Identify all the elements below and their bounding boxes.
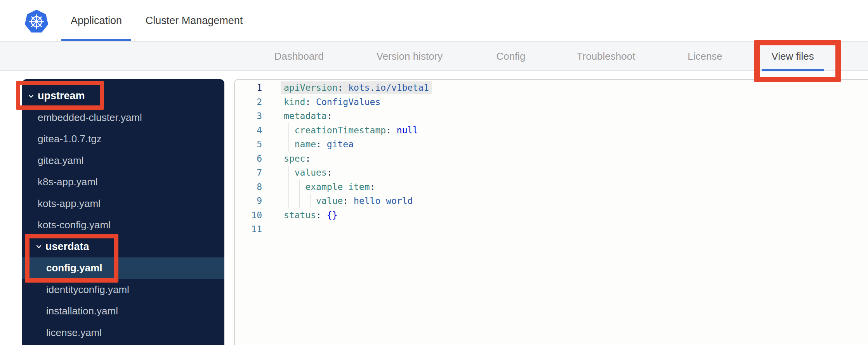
file-label: config.yaml xyxy=(46,262,102,274)
line-content: spec: xyxy=(284,154,311,164)
kots-admin-console: ApplicationCluster Management DashboardV… xyxy=(0,0,868,345)
top-bar: ApplicationCluster Management xyxy=(0,0,868,41)
indent-guide xyxy=(288,123,289,152)
file-tree: upstream embedded-cluster.yaml gitea-1.0… xyxy=(22,85,224,343)
indent-guide xyxy=(288,166,289,208)
tab-config[interactable]: Config xyxy=(496,41,525,71)
line-content: kind: ConfigValues xyxy=(284,97,380,107)
tree-file-identityconfig-yaml[interactable]: identityconfig.yaml xyxy=(22,279,224,301)
line-number: 5 xyxy=(235,139,262,149)
line-content: metadata: xyxy=(284,111,332,121)
line-number: 7 xyxy=(235,167,262,178)
line-number: 1 xyxy=(235,83,262,93)
tab-dashboard[interactable]: Dashboard xyxy=(274,41,323,71)
folder-label: upstream xyxy=(38,90,85,102)
code-line: 8 example_item: xyxy=(235,180,868,194)
line-content: creationTimestamp: null xyxy=(284,125,418,135)
file-tree-sidebar: upstream embedded-cluster.yaml gitea-1.0… xyxy=(22,79,224,345)
file-content-editor[interactable]: 1 apiVersion: kots.io/v1beta1 2 kind: Co… xyxy=(234,79,868,345)
top-tab-application[interactable]: Application xyxy=(71,0,122,41)
line-number: 8 xyxy=(235,182,262,192)
line-content: value: hello world xyxy=(284,196,413,206)
file-label: embedded-cluster.yaml xyxy=(38,112,142,124)
line-content: apiVersion: kots.io/v1beta1 xyxy=(281,81,432,94)
line-content: example_item: xyxy=(284,182,375,192)
code-line: 2 kind: ConfigValues xyxy=(235,95,868,109)
tree-folder-userdata[interactable]: userdata xyxy=(22,236,224,258)
code-line: 4 creationTimestamp: null xyxy=(235,123,868,138)
file-label: installation.yaml xyxy=(46,305,118,317)
indent-guide xyxy=(299,180,300,208)
tree-file-kots-config-yaml[interactable]: kots-config.yaml xyxy=(22,214,224,236)
file-label: k8s-app.yaml xyxy=(38,176,98,188)
code-lines: 1 apiVersion: kots.io/v1beta1 2 kind: Co… xyxy=(235,81,868,236)
line-content: values: xyxy=(284,167,332,178)
tab-view-files[interactable]: View files xyxy=(771,41,814,71)
chevron-down-icon xyxy=(28,93,34,99)
line-number: 9 xyxy=(235,196,262,206)
tree-file-installation-yaml[interactable]: installation.yaml xyxy=(22,300,224,322)
line-number: 11 xyxy=(235,224,262,234)
tree-file-k8s-app-yaml[interactable]: k8s-app.yaml xyxy=(22,171,224,193)
line-content: name: gitea xyxy=(284,139,354,149)
tree-file-embedded-cluster-yaml[interactable]: embedded-cluster.yaml xyxy=(22,107,224,129)
file-label: gitea-1.0.7.tgz xyxy=(38,133,102,145)
tree-file-license-yaml[interactable]: license.yaml xyxy=(22,322,224,344)
tree-file-gitea-yaml[interactable]: gitea.yaml xyxy=(22,150,224,172)
file-label: identityconfig.yaml xyxy=(46,284,129,296)
folder-label: userdata xyxy=(45,241,89,253)
tab-troubleshoot[interactable]: Troubleshoot xyxy=(577,41,635,71)
line-number: 4 xyxy=(235,125,262,135)
code-line: 11 xyxy=(235,222,868,236)
line-number: 6 xyxy=(235,154,262,164)
file-label: license.yaml xyxy=(46,327,102,339)
tree-folder-upstream[interactable]: upstream xyxy=(22,85,224,107)
top-tab-cluster-management[interactable]: Cluster Management xyxy=(146,0,243,41)
file-label: kots-config.yaml xyxy=(38,219,111,231)
line-number: 3 xyxy=(235,111,262,121)
tab-version-history[interactable]: Version history xyxy=(377,41,443,71)
tab-license[interactable]: License xyxy=(687,41,722,71)
app-sub-nav: DashboardVersion historyConfigTroublesho… xyxy=(0,41,868,71)
code-line: 7 values: xyxy=(235,166,868,180)
code-line: 3 metadata: xyxy=(235,109,868,123)
code-line: 1 apiVersion: kots.io/v1beta1 xyxy=(235,81,868,95)
code-area[interactable]: 1 apiVersion: kots.io/v1beta1 2 kind: Co… xyxy=(235,80,868,345)
tree-file-kots-app-yaml[interactable]: kots-app.yaml xyxy=(22,193,224,215)
kubernetes-logo-icon[interactable] xyxy=(24,9,49,34)
code-line: 10 status: {} xyxy=(235,208,868,223)
line-content: status: {} xyxy=(284,210,338,220)
line-number: 2 xyxy=(235,97,262,107)
file-label: gitea.yaml xyxy=(38,155,84,167)
tree-file-gitea-1-0-7-tgz[interactable]: gitea-1.0.7.tgz xyxy=(22,128,224,150)
line-number: 10 xyxy=(235,210,262,220)
tree-file-config-yaml[interactable]: config.yaml xyxy=(22,257,224,279)
chevron-down-icon xyxy=(36,243,42,250)
code-line: 6 spec: xyxy=(235,152,868,166)
file-label: kots-app.yaml xyxy=(38,198,101,210)
code-line: 5 name: gitea xyxy=(235,137,868,152)
code-line: 9 value: hello world xyxy=(235,194,868,208)
indent-guide xyxy=(310,194,311,208)
